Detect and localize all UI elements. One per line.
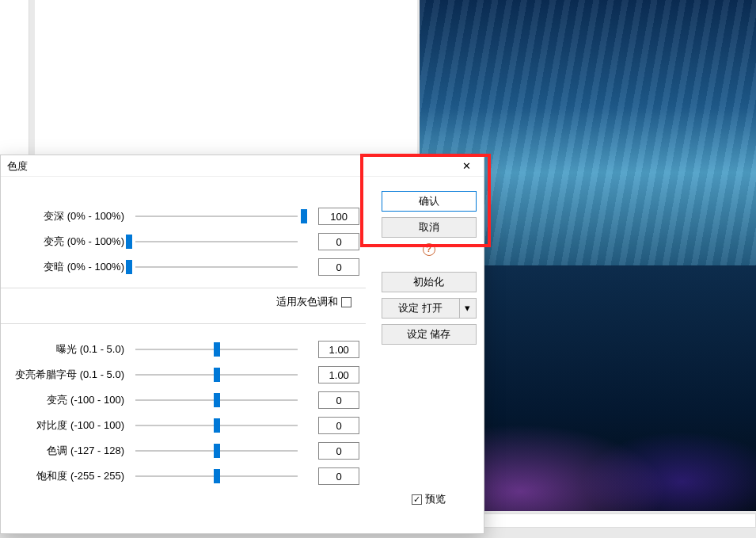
slider-value-input[interactable] bbox=[318, 417, 359, 434]
slider-row: 色调 (-127 - 128) bbox=[1, 441, 359, 460]
color-dialog: 色度 ✕ 变深 (0% - 100%)变亮 (0% - 100%)变暗 (0% … bbox=[0, 155, 484, 534]
track-line bbox=[135, 216, 298, 217]
slider-thumb[interactable] bbox=[126, 260, 132, 274]
slider-value-input[interactable] bbox=[318, 366, 359, 383]
slider-track[interactable] bbox=[129, 418, 304, 433]
dialog-body: 变深 (0% - 100%)变亮 (0% - 100%)变暗 (0% - 100… bbox=[1, 177, 484, 533]
side-panel bbox=[0, 0, 29, 155]
slider-label: 变亮 (-100 - 100) bbox=[1, 393, 129, 407]
slider-row: 曝光 (0.1 - 5.0) bbox=[1, 340, 359, 359]
slider-label: 饱和度 (-255 - 255) bbox=[1, 469, 129, 483]
slider-thumb[interactable] bbox=[301, 209, 307, 223]
slider-track[interactable] bbox=[129, 368, 304, 382]
slider-value-input[interactable] bbox=[318, 391, 359, 409]
slider-track[interactable] bbox=[129, 260, 304, 274]
slider-thumb[interactable] bbox=[214, 368, 220, 382]
slider-track[interactable] bbox=[129, 342, 304, 357]
preview-label: 预览 bbox=[425, 492, 446, 506]
slider-value-input[interactable] bbox=[318, 442, 359, 460]
slider-section-top: 变深 (0% - 100%)变亮 (0% - 100%)变暗 (0% - 100… bbox=[1, 193, 366, 288]
slider-thumb[interactable] bbox=[214, 444, 220, 458]
slider-track[interactable] bbox=[129, 444, 304, 458]
gray-sum-row: 适用灰色调和 bbox=[1, 288, 366, 315]
slider-section-bottom: 曝光 (0.1 - 5.0)变亮希腊字母 (0.1 - 5.0)变亮 (-100… bbox=[1, 323, 366, 486]
slider-row: 变亮 (-100 - 100) bbox=[1, 391, 359, 410]
slider-row: 变亮希腊字母 (0.1 - 5.0) bbox=[1, 365, 359, 384]
load-settings-arrow[interactable]: ▾ bbox=[459, 298, 477, 319]
slider-value-input[interactable] bbox=[318, 258, 359, 276]
slider-label: 变暗 (0% - 100%) bbox=[1, 260, 129, 274]
canvas-area bbox=[35, 0, 417, 155]
gray-sum-label: 适用灰色调和 bbox=[276, 295, 338, 309]
cancel-button[interactable]: 取消 bbox=[382, 217, 477, 238]
slider-row: 对比度 (-100 - 100) bbox=[1, 416, 359, 435]
slider-label: 变深 (0% - 100%) bbox=[1, 209, 129, 223]
slider-label: 变亮 (0% - 100%) bbox=[1, 235, 129, 249]
slider-thumb[interactable] bbox=[214, 342, 220, 357]
slider-thumb[interactable] bbox=[126, 235, 132, 249]
save-settings-button[interactable]: 设定 储存 bbox=[382, 324, 477, 345]
chevron-down-icon: ▾ bbox=[465, 302, 470, 314]
slider-thumb[interactable] bbox=[214, 469, 220, 483]
slider-label: 变亮希腊字母 (0.1 - 5.0) bbox=[1, 368, 129, 382]
gray-sum-checkbox[interactable] bbox=[341, 297, 351, 307]
load-settings-button[interactable]: 设定 打开 bbox=[382, 298, 459, 319]
dialog-title: 色度 bbox=[7, 160, 28, 172]
close-icon: ✕ bbox=[462, 160, 471, 172]
close-button[interactable]: ✕ bbox=[450, 157, 482, 174]
slider-track[interactable] bbox=[129, 469, 304, 483]
slider-value-input[interactable] bbox=[318, 341, 359, 358]
slider-row: 变暗 (0% - 100%) bbox=[1, 258, 359, 277]
slider-thumb[interactable] bbox=[214, 393, 220, 407]
preview-checkbox-row: 预览 bbox=[380, 492, 477, 506]
slider-value-input[interactable] bbox=[318, 233, 359, 250]
slider-track[interactable] bbox=[129, 235, 304, 249]
slider-value-input[interactable] bbox=[318, 467, 359, 485]
slider-track[interactable] bbox=[129, 209, 304, 223]
slider-label: 对比度 (-100 - 100) bbox=[1, 418, 129, 433]
track-line bbox=[135, 266, 298, 268]
slider-track[interactable] bbox=[129, 393, 304, 407]
load-settings-dropdown: 设定 打开 ▾ bbox=[382, 298, 477, 319]
dialog-left-panel: 变深 (0% - 100%)变亮 (0% - 100%)变暗 (0% - 100… bbox=[1, 177, 377, 533]
slider-row: 变亮 (0% - 100%) bbox=[1, 232, 359, 251]
dialog-right-panel: 确认 取消 ? 初始化 设定 打开 ▾ 设定 储存 预览 bbox=[377, 177, 484, 533]
slider-label: 曝光 (0.1 - 5.0) bbox=[1, 342, 129, 357]
dialog-titlebar: 色度 ✕ bbox=[1, 155, 484, 177]
slider-row: 变深 (0% - 100%) bbox=[1, 207, 359, 226]
slider-row: 饱和度 (-255 - 255) bbox=[1, 467, 359, 486]
slider-value-input[interactable] bbox=[318, 208, 359, 225]
track-line bbox=[135, 241, 298, 242]
slider-label: 色调 (-127 - 128) bbox=[1, 444, 129, 458]
help-icon[interactable]: ? bbox=[423, 243, 435, 256]
reset-button[interactable]: 初始化 bbox=[382, 272, 477, 292]
ok-button[interactable]: 确认 bbox=[382, 191, 477, 212]
slider-thumb[interactable] bbox=[214, 418, 220, 433]
preview-checkbox[interactable] bbox=[412, 494, 422, 505]
